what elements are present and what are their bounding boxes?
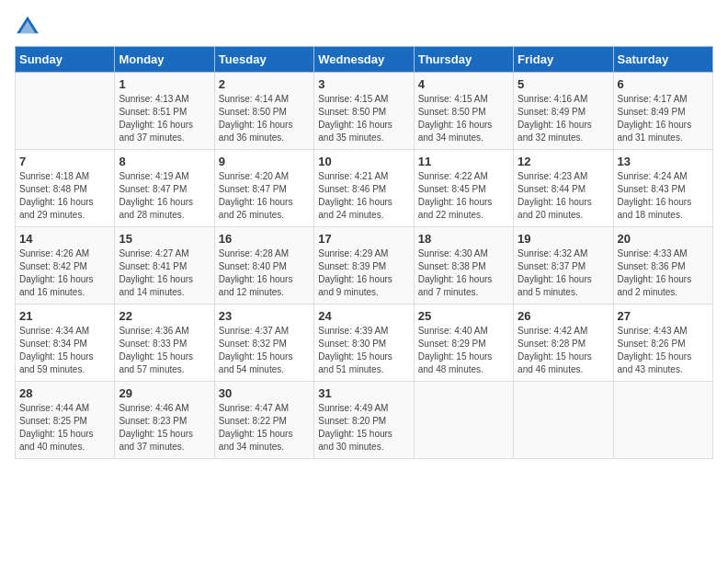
day-info: Sunrise: 4:28 AM Sunset: 8:40 PM Dayligh… xyxy=(219,247,310,299)
day-info: Sunrise: 4:29 AM Sunset: 8:39 PM Dayligh… xyxy=(318,247,409,299)
day-info: Sunrise: 4:15 AM Sunset: 8:50 PM Dayligh… xyxy=(318,93,409,144)
header-cell-tuesday: Tuesday xyxy=(214,47,313,73)
calendar-cell: 26Sunrise: 4:42 AM Sunset: 8:28 PM Dayli… xyxy=(514,304,613,382)
calendar-cell xyxy=(514,382,613,459)
header-cell-thursday: Thursday xyxy=(414,47,513,73)
calendar-week-5: 28Sunrise: 4:44 AM Sunset: 8:25 PM Dayli… xyxy=(16,382,713,459)
day-number: 16 xyxy=(219,232,310,246)
day-info: Sunrise: 4:46 AM Sunset: 8:23 PM Dayligh… xyxy=(119,402,210,454)
calendar-cell: 22Sunrise: 4:36 AM Sunset: 8:33 PM Dayli… xyxy=(115,304,214,382)
calendar-body: 1Sunrise: 4:13 AM Sunset: 8:51 PM Daylig… xyxy=(16,73,713,459)
calendar-cell: 4Sunrise: 4:15 AM Sunset: 8:50 PM Daylig… xyxy=(414,73,513,150)
day-number: 13 xyxy=(618,155,709,168)
calendar-cell: 21Sunrise: 4:34 AM Sunset: 8:34 PM Dayli… xyxy=(16,304,115,382)
day-info: Sunrise: 4:26 AM Sunset: 8:42 PM Dayligh… xyxy=(19,247,110,299)
calendar-cell xyxy=(414,382,513,459)
day-info: Sunrise: 4:49 AM Sunset: 8:20 PM Dayligh… xyxy=(318,402,409,454)
day-number: 7 xyxy=(19,155,110,168)
calendar-table: SundayMondayTuesdayWednesdayThursdayFrid… xyxy=(15,46,713,459)
day-number: 21 xyxy=(19,309,110,323)
day-info: Sunrise: 4:33 AM Sunset: 8:36 PM Dayligh… xyxy=(618,247,709,299)
calendar-cell: 15Sunrise: 4:27 AM Sunset: 8:41 PM Dayli… xyxy=(115,227,214,304)
calendar-cell: 20Sunrise: 4:33 AM Sunset: 8:36 PM Dayli… xyxy=(613,227,712,304)
calendar-cell: 30Sunrise: 4:47 AM Sunset: 8:22 PM Dayli… xyxy=(214,382,313,459)
day-number: 18 xyxy=(418,232,509,246)
day-info: Sunrise: 4:30 AM Sunset: 8:38 PM Dayligh… xyxy=(418,247,509,299)
calendar-cell: 27Sunrise: 4:43 AM Sunset: 8:26 PM Dayli… xyxy=(613,304,712,382)
day-number: 31 xyxy=(318,386,409,400)
day-info: Sunrise: 4:22 AM Sunset: 8:45 PM Dayligh… xyxy=(418,170,509,222)
day-info: Sunrise: 4:36 AM Sunset: 8:33 PM Dayligh… xyxy=(119,325,210,376)
calendar-cell: 25Sunrise: 4:40 AM Sunset: 8:29 PM Dayli… xyxy=(414,304,513,382)
calendar-week-1: 1Sunrise: 4:13 AM Sunset: 8:51 PM Daylig… xyxy=(16,73,713,150)
day-info: Sunrise: 4:23 AM Sunset: 8:44 PM Dayligh… xyxy=(518,170,609,222)
day-info: Sunrise: 4:32 AM Sunset: 8:37 PM Dayligh… xyxy=(518,247,609,299)
calendar-header: SundayMondayTuesdayWednesdayThursdayFrid… xyxy=(16,47,713,73)
calendar-week-3: 14Sunrise: 4:26 AM Sunset: 8:42 PM Dayli… xyxy=(16,227,713,304)
header-cell-sunday: Sunday xyxy=(16,47,115,73)
day-number: 10 xyxy=(318,155,409,168)
calendar-cell: 5Sunrise: 4:16 AM Sunset: 8:49 PM Daylig… xyxy=(514,73,613,150)
calendar-cell xyxy=(613,382,712,459)
day-info: Sunrise: 4:14 AM Sunset: 8:50 PM Dayligh… xyxy=(219,93,310,144)
calendar-cell xyxy=(16,73,115,150)
day-number: 25 xyxy=(418,309,509,323)
calendar-cell: 28Sunrise: 4:44 AM Sunset: 8:25 PM Dayli… xyxy=(16,382,115,459)
day-number: 20 xyxy=(618,232,709,246)
calendar-cell: 17Sunrise: 4:29 AM Sunset: 8:39 PM Dayli… xyxy=(314,227,414,304)
day-number: 26 xyxy=(518,309,609,323)
calendar-cell: 7Sunrise: 4:18 AM Sunset: 8:48 PM Daylig… xyxy=(16,150,115,227)
header-row: SundayMondayTuesdayWednesdayThursdayFrid… xyxy=(16,47,713,73)
calendar-week-4: 21Sunrise: 4:34 AM Sunset: 8:34 PM Dayli… xyxy=(16,304,713,382)
day-number: 15 xyxy=(119,232,210,246)
header-cell-monday: Monday xyxy=(115,47,214,73)
day-info: Sunrise: 4:47 AM Sunset: 8:22 PM Dayligh… xyxy=(219,402,310,454)
day-info: Sunrise: 4:27 AM Sunset: 8:41 PM Dayligh… xyxy=(119,247,210,299)
page-header xyxy=(15,15,713,35)
calendar-cell: 23Sunrise: 4:37 AM Sunset: 8:32 PM Dayli… xyxy=(214,304,313,382)
calendar-cell: 2Sunrise: 4:14 AM Sunset: 8:50 PM Daylig… xyxy=(214,73,313,150)
header-cell-friday: Friday xyxy=(514,47,613,73)
day-info: Sunrise: 4:43 AM Sunset: 8:26 PM Dayligh… xyxy=(618,325,709,376)
day-number: 22 xyxy=(119,309,210,323)
calendar-cell: 14Sunrise: 4:26 AM Sunset: 8:42 PM Dayli… xyxy=(16,227,115,304)
calendar-cell: 6Sunrise: 4:17 AM Sunset: 8:49 PM Daylig… xyxy=(613,73,712,150)
header-cell-saturday: Saturday xyxy=(613,47,712,73)
day-info: Sunrise: 4:13 AM Sunset: 8:51 PM Dayligh… xyxy=(119,93,210,144)
calendar-cell: 19Sunrise: 4:32 AM Sunset: 8:37 PM Dayli… xyxy=(514,227,613,304)
day-number: 12 xyxy=(518,155,609,168)
day-info: Sunrise: 4:18 AM Sunset: 8:48 PM Dayligh… xyxy=(19,170,110,222)
calendar-cell: 8Sunrise: 4:19 AM Sunset: 8:47 PM Daylig… xyxy=(115,150,214,227)
day-info: Sunrise: 4:42 AM Sunset: 8:28 PM Dayligh… xyxy=(518,325,609,376)
calendar-cell: 31Sunrise: 4:49 AM Sunset: 8:20 PM Dayli… xyxy=(314,382,414,459)
calendar-cell: 3Sunrise: 4:15 AM Sunset: 8:50 PM Daylig… xyxy=(314,73,414,150)
calendar-cell: 18Sunrise: 4:30 AM Sunset: 8:38 PM Dayli… xyxy=(414,227,513,304)
calendar-cell: 13Sunrise: 4:24 AM Sunset: 8:43 PM Dayli… xyxy=(613,150,712,227)
day-number: 1 xyxy=(119,77,210,91)
day-info: Sunrise: 4:17 AM Sunset: 8:49 PM Dayligh… xyxy=(618,93,709,144)
day-number: 11 xyxy=(418,155,509,168)
day-number: 17 xyxy=(318,232,409,246)
day-number: 6 xyxy=(618,77,709,91)
calendar-cell: 9Sunrise: 4:20 AM Sunset: 8:47 PM Daylig… xyxy=(214,150,313,227)
day-info: Sunrise: 4:20 AM Sunset: 8:47 PM Dayligh… xyxy=(219,170,310,222)
day-info: Sunrise: 4:39 AM Sunset: 8:30 PM Dayligh… xyxy=(318,325,409,376)
day-number: 19 xyxy=(518,232,609,246)
day-number: 4 xyxy=(418,77,509,91)
day-number: 24 xyxy=(318,309,409,323)
calendar-week-2: 7Sunrise: 4:18 AM Sunset: 8:48 PM Daylig… xyxy=(16,150,713,227)
day-info: Sunrise: 4:19 AM Sunset: 8:47 PM Dayligh… xyxy=(119,170,210,222)
day-info: Sunrise: 4:16 AM Sunset: 8:49 PM Dayligh… xyxy=(518,93,609,144)
day-number: 8 xyxy=(119,155,210,168)
calendar-cell: 12Sunrise: 4:23 AM Sunset: 8:44 PM Dayli… xyxy=(514,150,613,227)
day-number: 30 xyxy=(219,386,310,400)
day-number: 29 xyxy=(119,386,210,400)
day-info: Sunrise: 4:44 AM Sunset: 8:25 PM Dayligh… xyxy=(19,402,110,454)
day-number: 28 xyxy=(19,386,110,400)
day-info: Sunrise: 4:21 AM Sunset: 8:46 PM Dayligh… xyxy=(318,170,409,222)
day-info: Sunrise: 4:34 AM Sunset: 8:34 PM Dayligh… xyxy=(19,325,110,376)
day-number: 14 xyxy=(19,232,110,246)
calendar-cell: 16Sunrise: 4:28 AM Sunset: 8:40 PM Dayli… xyxy=(214,227,313,304)
day-number: 23 xyxy=(219,309,310,323)
day-number: 3 xyxy=(318,77,409,91)
